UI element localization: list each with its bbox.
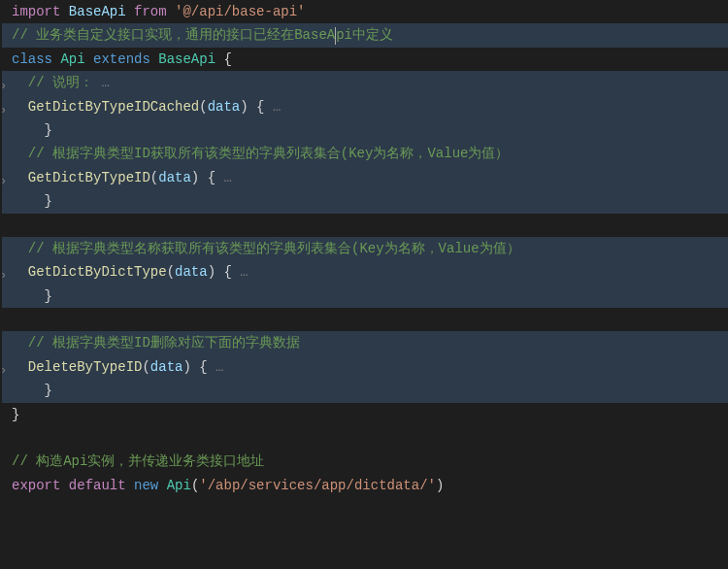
method-name: GetDictByDictType	[28, 264, 167, 280]
code-line[interactable]: }	[2, 118, 728, 142]
brace: {	[208, 170, 215, 185]
code-line[interactable]: // 根据字典类型ID获取所有该类型的字典列表集合(Key为名称，Value为值…	[2, 142, 728, 165]
brace: }	[45, 193, 52, 209]
code-line[interactable]: class Api extends BaseApi {	[2, 48, 728, 71]
keyword-from: from	[134, 4, 167, 19]
comment: // 根据字典类型名称获取所有该类型的字典列表集合(Key为名称，Value为值…	[28, 241, 520, 256]
comment: // 构造Api实例，并传递业务类接口地址	[12, 453, 264, 469]
identifier: BaseApi	[69, 4, 126, 19]
parameter: data	[208, 99, 241, 115]
keyword-default: default	[69, 478, 126, 493]
parameter: data	[150, 359, 183, 375]
code-editor[interactable]: import BaseApi from '@/api/base-api' // …	[0, 0, 728, 497]
code-line[interactable]: › // 说明： …	[2, 71, 728, 94]
code-line[interactable]	[2, 308, 728, 331]
code-line[interactable]: // 构造Api实例，并传递业务类接口地址	[2, 450, 728, 473]
base-class-name: BaseApi	[158, 51, 215, 67]
text-cursor	[335, 27, 336, 45]
code-line[interactable]	[2, 214, 728, 237]
code-line[interactable]: }	[2, 379, 728, 402]
class-name: Api	[60, 51, 84, 67]
folded-indicator[interactable]: …	[215, 359, 223, 375]
comment: // 根据字典类型ID获取所有该类型的字典列表集合(Key为名称，Value为值…	[28, 146, 510, 161]
method-name: GetDictByTypeIDCached	[28, 99, 199, 115]
code-line[interactable]: export default new Api('/abp/services/ap…	[2, 474, 728, 497]
method-name: GetDictByTypeID	[28, 170, 150, 185]
comment: pi中定义	[336, 27, 393, 43]
brace: {	[223, 51, 231, 67]
code-line[interactable]: // 根据字典类型名称获取所有该类型的字典列表集合(Key为名称，Value为值…	[2, 237, 728, 260]
brace: }	[45, 288, 52, 304]
code-line[interactable]: › DeleteByTypeID(data) { …	[2, 355, 728, 379]
brace: }	[45, 122, 52, 138]
comment: // 根据字典类型ID删除对应下面的字典数据	[28, 335, 300, 351]
class-name: Api	[167, 478, 191, 493]
code-line[interactable]: }	[2, 189, 728, 213]
keyword-export: export	[12, 478, 60, 493]
method-name: DeleteByTypeID	[28, 359, 143, 375]
folded-indicator[interactable]: …	[101, 75, 109, 90]
comment: // 说明：	[28, 75, 93, 90]
brace: {	[199, 359, 207, 375]
comment: // 业务类自定义接口实现，通用的接口已经在BaseA	[12, 27, 335, 43]
folded-indicator[interactable]: …	[223, 170, 231, 185]
code-line[interactable]: // 根据字典类型ID删除对应下面的字典数据	[2, 331, 728, 354]
parameter: data	[158, 170, 191, 185]
code-line[interactable]	[2, 426, 728, 450]
folded-indicator[interactable]: …	[273, 99, 281, 115]
keyword-class: class	[12, 51, 52, 67]
string-literal: '/abp/services/app/dictdata/'	[199, 478, 436, 493]
keyword-extends: extends	[93, 51, 150, 67]
code-line[interactable]: › GetDictByDictType(data) { …	[2, 260, 728, 284]
parameter: data	[175, 264, 208, 280]
code-line[interactable]: }	[2, 403, 728, 426]
keyword-import: import	[12, 4, 60, 19]
keyword-new: new	[134, 478, 158, 493]
code-line[interactable]: › GetDictByTypeID(data) { …	[2, 166, 728, 189]
brace: {	[256, 99, 264, 115]
code-line[interactable]: › GetDictByTypeIDCached(data) { …	[2, 95, 728, 118]
string-literal: '@/api/base-api'	[175, 4, 305, 19]
brace: {	[223, 264, 231, 280]
code-line[interactable]: import BaseApi from '@/api/base-api'	[2, 0, 728, 23]
brace: }	[45, 383, 52, 398]
code-line[interactable]: // 业务类自定义接口实现，通用的接口已经在BaseApi中定义	[2, 23, 728, 47]
brace: }	[12, 407, 19, 422]
code-line[interactable]: }	[2, 284, 728, 308]
folded-indicator[interactable]: …	[240, 264, 248, 280]
